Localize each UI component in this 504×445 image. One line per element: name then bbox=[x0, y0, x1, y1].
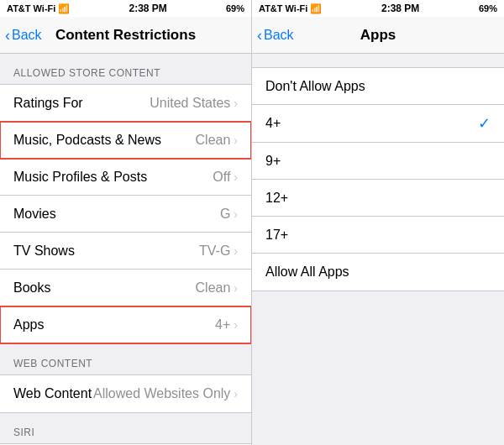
label-4plus: 4+ bbox=[265, 116, 281, 131]
left-scroll-content: ALLOWED STORE CONTENT Ratings For United… bbox=[0, 54, 251, 445]
back-label-left: Back bbox=[12, 28, 42, 43]
status-bar-left: AT&T Wi-Fi 📶 2:38 PM 69% bbox=[0, 0, 251, 17]
wifi-icon-right: 📶 bbox=[310, 3, 322, 14]
row-value-tv-shows: TV-G › bbox=[199, 243, 238, 259]
section-label-siri: SIRI bbox=[0, 413, 251, 443]
row-label-movies: Movies bbox=[13, 207, 56, 222]
back-button-right[interactable]: ‹ Back bbox=[257, 28, 294, 43]
row-value-web-content: Allowed Websites Only › bbox=[93, 386, 238, 401]
row-label-music-profiles: Music Profiles & Posts bbox=[13, 170, 147, 185]
row-value-movies: G › bbox=[220, 207, 238, 222]
chevron-movies: › bbox=[234, 207, 238, 221]
row-books[interactable]: Books Clean › bbox=[0, 270, 251, 306]
web-content-list: Web Content Allowed Websites Only › bbox=[0, 374, 251, 413]
nav-title-left: Content Restrictions bbox=[55, 27, 196, 44]
back-chevron-left: ‹ bbox=[5, 28, 10, 43]
status-left-right: AT&T Wi-Fi 📶 bbox=[259, 3, 322, 14]
back-chevron-right: ‹ bbox=[257, 28, 262, 43]
chevron-music-podcasts: › bbox=[234, 134, 238, 147]
option-9plus[interactable]: 9+ bbox=[252, 143, 504, 180]
option-dont-allow[interactable]: Don't Allow Apps bbox=[252, 68, 504, 105]
row-value-apps: 4+ › bbox=[215, 317, 238, 332]
row-value-books: Clean › bbox=[196, 280, 238, 296]
chevron-apps: › bbox=[234, 318, 238, 332]
time-right: 2:38 PM bbox=[381, 3, 419, 14]
option-4plus[interactable]: 4+ ✓ bbox=[252, 105, 504, 143]
chevron-web-content: › bbox=[234, 387, 238, 400]
carrier-left: AT&T Wi-Fi bbox=[7, 3, 55, 13]
time-left: 2:38 PM bbox=[129, 3, 166, 14]
row-value-music-podcasts: Clean › bbox=[196, 133, 238, 148]
status-bar-right: AT&T Wi-Fi 📶 2:38 PM 69% bbox=[252, 0, 504, 17]
back-label-right: Back bbox=[264, 28, 294, 43]
nav-bar-left: ‹ Back Content Restrictions bbox=[0, 17, 251, 54]
chevron-tv-shows: › bbox=[234, 244, 238, 258]
option-17plus[interactable]: 17+ bbox=[252, 217, 504, 254]
label-17plus: 17+ bbox=[265, 228, 288, 243]
row-value-ratings-for: United States › bbox=[150, 96, 238, 111]
left-panel: AT&T Wi-Fi 📶 2:38 PM 69% ‹ Back Content … bbox=[0, 0, 252, 445]
chevron-music-profiles: › bbox=[234, 170, 238, 184]
carrier-right: AT&T Wi-Fi bbox=[259, 3, 307, 13]
row-label-apps: Apps bbox=[13, 317, 44, 332]
right-spacer bbox=[252, 291, 504, 445]
nav-title-right: Apps bbox=[360, 27, 396, 44]
checkmark-4plus: ✓ bbox=[478, 114, 491, 133]
label-dont-allow: Don't Allow Apps bbox=[265, 79, 365, 94]
row-label-tv-shows: TV Shows bbox=[13, 243, 75, 259]
row-ratings-for[interactable]: Ratings For United States › bbox=[0, 85, 251, 122]
allowed-store-list: Ratings For United States › Music, Podca… bbox=[0, 84, 251, 344]
battery-left: 69% bbox=[226, 3, 244, 13]
label-allow-all: Allow All Apps bbox=[265, 264, 349, 280]
row-label-books: Books bbox=[13, 280, 50, 296]
battery-right: 69% bbox=[479, 3, 497, 13]
chevron-books: › bbox=[234, 281, 238, 295]
option-12plus[interactable]: 12+ bbox=[252, 180, 504, 217]
row-label-web-content: Web Content bbox=[13, 386, 92, 401]
apps-options-list: Don't Allow Apps 4+ ✓ 9+ 12+ 17+ Allow A… bbox=[252, 67, 504, 291]
right-panel: AT&T Wi-Fi 📶 2:38 PM 69% ‹ Back Apps Don… bbox=[252, 0, 504, 445]
status-right-left: 69% bbox=[226, 3, 244, 13]
chevron-ratings-for: › bbox=[234, 97, 238, 110]
section-label-web-content: WEB CONTENT bbox=[0, 344, 251, 374]
row-music-profiles[interactable]: Music Profiles & Posts Off › bbox=[0, 159, 251, 196]
label-9plus: 9+ bbox=[265, 154, 281, 169]
wifi-icon: 📶 bbox=[58, 3, 70, 14]
row-music-podcasts[interactable]: Music, Podcasts & News Clean › bbox=[0, 122, 251, 159]
row-movies[interactable]: Movies G › bbox=[0, 196, 251, 233]
row-label-music-podcasts: Music, Podcasts & News bbox=[13, 133, 161, 148]
row-web-content[interactable]: Web Content Allowed Websites Only › bbox=[0, 375, 251, 412]
back-button-left[interactable]: ‹ Back bbox=[5, 28, 42, 43]
section-label-allowed-store: ALLOWED STORE CONTENT bbox=[0, 54, 251, 84]
top-spacer-right bbox=[252, 54, 504, 67]
row-apps[interactable]: Apps 4+ › bbox=[0, 306, 251, 343]
status-left: AT&T Wi-Fi 📶 bbox=[7, 3, 70, 14]
label-12plus: 12+ bbox=[265, 191, 288, 206]
row-label-ratings-for: Ratings For bbox=[13, 96, 83, 111]
status-right-right: 69% bbox=[479, 3, 497, 13]
row-value-music-profiles: Off › bbox=[213, 170, 238, 185]
nav-bar-right: ‹ Back Apps bbox=[252, 17, 504, 54]
row-tv-shows[interactable]: TV Shows TV-G › bbox=[0, 233, 251, 270]
option-allow-all[interactable]: Allow All Apps bbox=[252, 254, 504, 291]
